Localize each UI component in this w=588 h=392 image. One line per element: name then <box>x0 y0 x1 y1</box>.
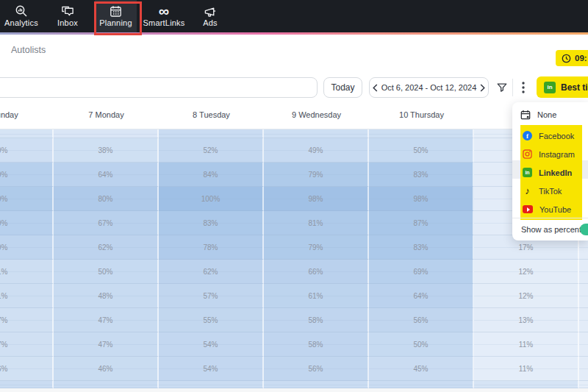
heatmap-cell[interactable]: 81% <box>264 211 369 235</box>
time-chip[interactable]: 09: <box>556 50 588 66</box>
heatmap-cell[interactable]: 48% <box>54 284 159 308</box>
heatmap-cell[interactable]: 11% <box>474 357 579 381</box>
heatmap-cell-value: 83% <box>413 243 428 252</box>
heatmap-cell[interactable]: 56% <box>264 357 369 381</box>
heatmap-cell[interactable] <box>579 332 588 357</box>
menu-item-youtube[interactable]: YouTube <box>520 200 582 218</box>
heatmap-cell[interactable]: 47% <box>54 332 159 357</box>
heatmap-cell[interactable]: 37% <box>0 308 54 332</box>
heatmap-cell[interactable]: 64% <box>54 163 159 187</box>
heatmap-cell[interactable]: 54% <box>159 332 264 357</box>
heatmap-cell[interactable]: 62% <box>54 235 159 260</box>
best-times-button[interactable]: in Best times <box>537 76 588 98</box>
heatmap-cell[interactable]: 69% <box>0 163 54 187</box>
heatmap-cell[interactable]: 66% <box>264 260 369 284</box>
heatmap-cell[interactable]: 11% <box>474 332 579 357</box>
heatmap-cell[interactable] <box>369 381 474 388</box>
percentage-toggle[interactable] <box>580 224 588 235</box>
heatmap-cell[interactable]: 100% <box>159 187 264 211</box>
heatmap-cell[interactable] <box>579 357 588 381</box>
heatmap-cell[interactable]: 37% <box>0 332 54 357</box>
nav-item-analytics[interactable]: Analytics <box>2 0 40 32</box>
heatmap-cell[interactable] <box>264 129 369 138</box>
heatmap-cell[interactable]: 87% <box>369 211 474 235</box>
heatmap-cell[interactable]: 50% <box>369 332 474 357</box>
heatmap-cell[interactable] <box>264 381 369 388</box>
heatmap-cell[interactable] <box>159 129 264 138</box>
heatmap-cell[interactable]: 83% <box>369 235 474 260</box>
heatmap-cell[interactable] <box>159 381 264 388</box>
menu-item-label: Facebook <box>539 132 574 140</box>
heatmap-cell-value: 69% <box>0 219 8 227</box>
day-header: 6 Sunday <box>0 110 18 119</box>
day-header: 10 Thursday <box>399 110 444 119</box>
heatmap-cell-value: 17% <box>518 243 533 252</box>
heatmap-cell[interactable]: 47% <box>54 308 159 332</box>
menu-item-none[interactable]: None <box>512 105 588 124</box>
more-options-kebab-icon[interactable] <box>514 77 533 98</box>
nav-item-planning[interactable]: Planning <box>95 0 137 32</box>
heatmap-cell[interactable]: 54% <box>159 357 264 381</box>
menu-item-facebook[interactable]: fFacebook <box>520 126 582 145</box>
menu-item-label: None <box>537 110 556 119</box>
heatmap-cell[interactable]: 36% <box>0 357 54 381</box>
heatmap-cell[interactable]: 69% <box>0 211 54 235</box>
menu-item-linkedin[interactable]: inLinkedIn <box>520 163 582 182</box>
heatmap-cell[interactable]: 98% <box>264 187 369 211</box>
heatmap-cell[interactable] <box>54 129 159 138</box>
today-button[interactable]: Today <box>323 77 362 98</box>
heatmap-cell[interactable]: 58% <box>264 308 369 332</box>
heatmap-cell[interactable]: 57% <box>159 284 264 308</box>
heatmap-cell[interactable]: 52% <box>159 138 264 163</box>
heatmap-cell[interactable]: 69% <box>369 260 474 284</box>
heatmap-cell[interactable]: 59% <box>0 235 54 260</box>
chevron-right-icon[interactable] <box>476 78 488 97</box>
heatmap-cell[interactable] <box>474 381 579 388</box>
nav-item-inbox[interactable]: Inbox <box>49 0 87 32</box>
heatmap-cell[interactable] <box>579 284 588 308</box>
heatmap-cell[interactable]: 62% <box>159 260 264 284</box>
heatmap-cell[interactable] <box>579 308 588 332</box>
heatmap-cell[interactable]: 12% <box>474 284 579 308</box>
nav-item-ads[interactable]: Ads <box>192 0 229 32</box>
filter-funnel-icon[interactable] <box>492 77 512 98</box>
date-range-label[interactable]: Oct 6, 2024 - Oct 12, 2024 <box>381 78 477 97</box>
heatmap-cell[interactable] <box>579 260 588 284</box>
heatmap-cell[interactable] <box>579 381 588 388</box>
heatmap-cell[interactable]: 50% <box>54 260 159 284</box>
heatmap-cell[interactable]: 67% <box>54 211 159 235</box>
heatmap-cell[interactable]: 41% <box>0 260 54 284</box>
heatmap-cell[interactable] <box>54 381 159 388</box>
heatmap-cell[interactable] <box>0 381 54 388</box>
heatmap-cell[interactable]: 41% <box>0 284 54 308</box>
heatmap-cell[interactable]: 50% <box>369 138 474 163</box>
heatmap-cell[interactable]: 79% <box>0 187 54 211</box>
heatmap-cell[interactable]: 98% <box>369 187 474 211</box>
heatmap-cell[interactable]: 58% <box>264 332 369 357</box>
list-search-input[interactable] <box>0 77 318 98</box>
heatmap-cell[interactable]: 46% <box>54 357 159 381</box>
nav-item-smartlinks[interactable]: ∞SmartLinks <box>140 0 188 32</box>
heatmap-cell[interactable]: 83% <box>369 163 474 187</box>
heatmap-cell[interactable]: 84% <box>159 163 264 187</box>
heatmap-cell[interactable]: 61% <box>264 284 369 308</box>
chevron-left-icon[interactable] <box>370 78 381 97</box>
heatmap-cell[interactable]: 45% <box>369 357 474 381</box>
heatmap-cell[interactable]: 13% <box>474 308 579 332</box>
heatmap-cell[interactable]: 64% <box>369 284 474 308</box>
heatmap-cell[interactable]: 83% <box>159 211 264 235</box>
menu-item-instagram[interactable]: Instagram <box>520 145 582 163</box>
heatmap-cell[interactable]: 55% <box>159 308 264 332</box>
heatmap-cell[interactable]: 39% <box>0 138 54 163</box>
heatmap-cell[interactable]: 38% <box>54 138 159 163</box>
heatmap-cell[interactable]: 56% <box>369 308 474 332</box>
menu-item-tiktok[interactable]: ♪TikTok <box>520 182 582 200</box>
heatmap-cell[interactable]: 12% <box>474 260 579 284</box>
heatmap-cell[interactable]: 79% <box>264 163 369 187</box>
heatmap-cell[interactable] <box>0 129 54 138</box>
heatmap-cell[interactable]: 78% <box>159 235 264 260</box>
heatmap-cell[interactable]: 80% <box>54 187 159 211</box>
heatmap-cell[interactable]: 49% <box>264 138 369 163</box>
heatmap-cell[interactable] <box>369 129 474 138</box>
heatmap-cell[interactable]: 79% <box>264 235 369 260</box>
